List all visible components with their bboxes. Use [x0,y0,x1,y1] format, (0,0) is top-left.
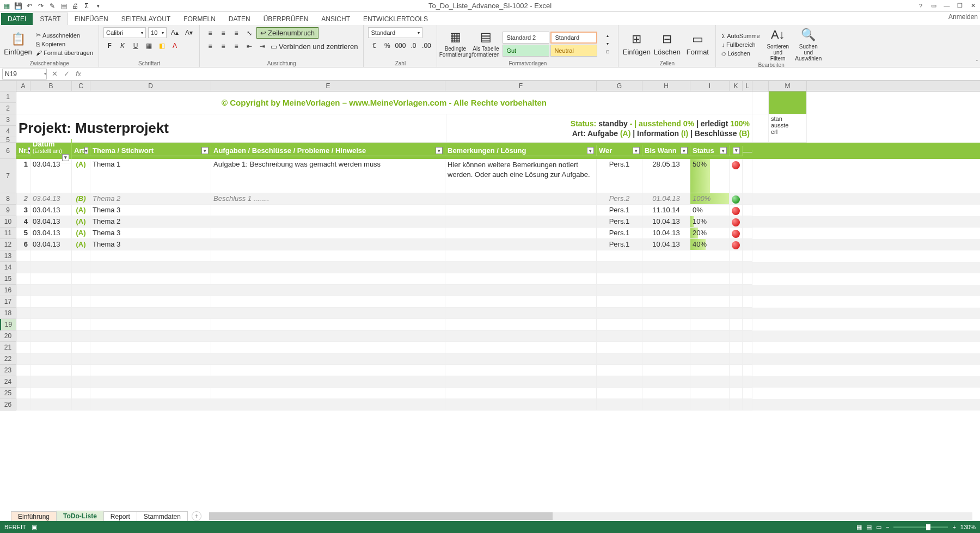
group-editing: ΣAutoSumme ↓Füllbereich ◇Löschen A↓Sorti… [716,25,826,67]
group-cells: ⊞Einfügen ⊟Löschen ▭Format Zellen [618,25,716,67]
accept-formula-icon[interactable]: ✓ [61,70,72,78]
copy-button[interactable]: ⎘Kopieren [35,40,94,48]
conditional-formatting-button[interactable]: ▦Bedingte Formatierung [442,29,469,58]
group-label: Zellen [623,60,711,67]
align-right-button[interactable]: ≡ [230,41,242,52]
indent-inc-button[interactable]: ⇥ [256,41,268,52]
comma-button[interactable]: 000 [394,40,406,51]
fx-icon[interactable]: fx [73,70,84,78]
dec-dec-button[interactable]: .00 [420,40,432,51]
merge-icon: ▭ [271,42,277,51]
find-select-button[interactable]: 🔍Suchen und Auswählen [795,27,822,62]
close-icon[interactable]: ✕ [967,1,979,11]
font-size-select[interactable]: 10▾ [148,27,167,38]
ribbon-tab-entwicklertools[interactable]: ENTWICKLERTOOLS [357,13,434,25]
collapse-ribbon-icon[interactable]: ˇ [976,60,978,66]
clear-button[interactable]: ◇Löschen [720,50,761,58]
cell-style-gut[interactable]: Gut [503,45,549,57]
fill-color-button[interactable]: ◧ [156,40,168,51]
fill-icon: ↓ [721,41,725,48]
ribbon-tab-formeln[interactable]: FORMELN [177,13,222,25]
currency-button[interactable]: € [368,40,380,51]
ribbon-tabs: DATEISTARTEINFÜGENSEITENLAYOUTFORMELNDAT… [0,12,980,25]
ribbon-tab-daten[interactable]: DATEN [222,13,257,25]
group-styles: ▦Bedingte Formatierung ▤Als Tabelle form… [437,25,618,67]
formula-input[interactable] [84,69,980,79]
sort-filter-button[interactable]: A↓Sortieren und Filtern [764,27,792,62]
cell-style-neutral[interactable]: Neutral [550,45,597,57]
align-middle-button[interactable]: ≡ [217,28,229,39]
format-painter-button[interactable]: 🖌Format übertragen [35,49,94,57]
ribbon-tab-seitenlayout[interactable]: SEITENLAYOUT [115,13,177,25]
fill-button[interactable]: ↓Füllbereich [720,41,761,48]
sum-icon: Σ [721,33,725,39]
ribbon-tab-datei[interactable]: DATEI [1,13,33,25]
wrap-text-button[interactable]: ↩Zeilenumbruch [256,27,318,39]
quick-access-toolbar: ▦ 💾 ↶ ↷ ✎ ▤ 🖨 Σ ▾ [0,1,103,11]
qat-icon[interactable]: ▤ [59,1,69,11]
align-bottom-button[interactable]: ≡ [230,28,242,39]
percent-button[interactable]: % [381,40,393,51]
font-color-button[interactable]: A [169,40,181,51]
align-top-button[interactable]: ≡ [204,28,216,39]
group-label: Zahl [368,60,432,67]
styles-scroll-up[interactable]: ▴ [602,32,614,40]
styles-scroll-down[interactable]: ▾ [602,40,614,48]
format-as-table-button[interactable]: ▤Als Tabelle formatieren [472,29,499,58]
help-icon[interactable]: ? [915,1,927,11]
name-box[interactable]: N19▾ [2,69,47,79]
ribbon-tab-überprüfen[interactable]: ÜBERPRÜFEN [257,13,315,25]
merge-center-button[interactable]: ▭Verbinden und zentrieren [270,42,359,51]
minimize-icon[interactable]: — [941,1,953,11]
save-icon[interactable]: 💾 [13,1,23,11]
qat-icon[interactable]: Σ [82,1,91,11]
qat-more-icon[interactable]: ▾ [93,1,103,11]
undo-icon[interactable]: ↶ [24,1,34,11]
qat-icon[interactable]: 🖨 [70,1,80,11]
group-clipboard: 📋Einfügen ✂Ausschneiden ⎘Kopieren 🖌Forma… [0,25,99,67]
excel-icon: ▦ [2,1,11,11]
group-label: Zwischenablage [4,60,94,67]
cut-button[interactable]: ✂Ausschneiden [35,31,94,39]
ribbon-tab-start[interactable]: START [33,13,68,25]
group-label: Schriftart [103,60,195,67]
bold-button[interactable]: F [103,40,115,51]
styles-more[interactable]: ⊟ [602,48,614,56]
number-format-select[interactable]: Standard▾ [368,27,422,38]
insert-cells-button[interactable]: ⊞Einfügen [623,32,650,57]
shrink-font-button[interactable]: A▾ [183,27,195,38]
cancel-formula-icon[interactable]: ✕ [49,70,60,78]
maximize-icon[interactable]: ❐ [954,1,966,11]
ribbon-tab-ansicht[interactable]: ANSICHT [315,13,357,25]
paste-button[interactable]: 📋Einfügen [4,32,32,57]
orientation-button[interactable]: ⤡ [243,28,255,39]
title-bar: ▦ 💾 ↶ ↷ ✎ ▤ 🖨 Σ ▾ To_Do_Liste_Advance_SI… [0,0,980,12]
wrap-icon: ↩ [260,29,266,37]
insert-icon: ⊞ [632,32,641,46]
align-center-button[interactable]: ≡ [217,41,229,52]
qat-icon[interactable]: ✎ [47,1,57,11]
grow-font-button[interactable]: A▴ [169,27,181,38]
border-button[interactable]: ▦ [143,40,155,51]
align-left-button[interactable]: ≡ [204,41,216,52]
delete-cells-button[interactable]: ⊟Löschen [653,32,681,57]
chevron-down-icon: ▾ [44,71,46,76]
sort-icon: A↓ [771,28,785,42]
inc-dec-button[interactable]: .0 [407,40,419,51]
ribbon-display-icon[interactable]: ▭ [928,1,940,11]
indent-dec-button[interactable]: ⇤ [243,41,255,52]
font-name-select[interactable]: Calibri▾ [103,27,146,38]
format-cells-button[interactable]: ▭Format [684,32,711,57]
cell-style-standard[interactable]: Standard [550,32,597,44]
cell-style-standard2[interactable]: Standard 2 [503,32,549,44]
italic-button[interactable]: K [117,40,128,51]
ribbon-tab-einfügen[interactable]: EINFÜGEN [68,13,115,25]
group-label: Formatvorlagen [442,60,614,67]
group-alignment: ≡ ≡ ≡ ⤡ ↩Zeilenumbruch ≡ ≡ ≡ ⇤ ⇥ ▭Verbin… [200,25,364,67]
signin-link[interactable]: Anmelden [948,13,978,21]
autosum-button[interactable]: ΣAutoSumme [720,32,761,40]
group-label: Bearbeiten [720,62,822,69]
delete-icon: ⊟ [662,32,672,46]
underline-button[interactable]: U [130,40,142,51]
redo-icon[interactable]: ↷ [36,1,46,11]
